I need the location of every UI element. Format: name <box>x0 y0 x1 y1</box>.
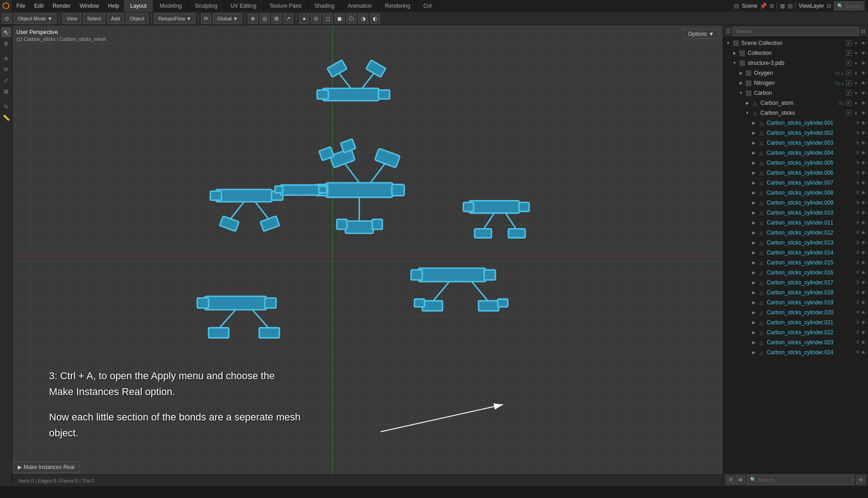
rotate-tool[interactable]: ⟳ <box>1 64 11 74</box>
snap2-icon[interactable]: ⊞ <box>271 14 281 24</box>
eye-icon-oxygen[interactable]: 👁 <box>860 69 867 77</box>
eye-cyl005[interactable]: 👁 <box>860 159 867 166</box>
measure-tool[interactable]: 📏 <box>1 112 11 122</box>
eye-cyl001[interactable]: 👁 <box>860 119 867 127</box>
filter-right-bottom[interactable]: ⊟ <box>856 475 865 484</box>
tab-modeling[interactable]: Modeling <box>153 0 189 12</box>
overlay-icon[interactable]: ⊙ <box>311 14 321 24</box>
expander-cyl001[interactable]: ▶ <box>750 120 757 126</box>
menu-help[interactable]: Help <box>104 0 124 12</box>
tree-scene-collection[interactable]: ▼ ⬛ Scene Collection ✓ ▾ 👁 <box>723 38 868 48</box>
eye-icon-structure[interactable]: 👁 <box>860 59 867 67</box>
eye-icon-nitrogen[interactable]: 👁 <box>860 79 867 87</box>
eye-cyl010[interactable]: 👁 <box>860 209 867 216</box>
expander-cyl011[interactable]: ▶ <box>750 220 757 226</box>
tab-uv-editing[interactable]: UV Editing <box>224 0 263 12</box>
eye-cyl020[interactable]: 👁 <box>860 309 867 316</box>
checkbox-structure[interactable]: ✓ <box>846 60 852 66</box>
eye-cyl024[interactable]: 👁 <box>860 349 867 356</box>
menu-render[interactable]: Render <box>48 0 75 12</box>
expander-cyl017[interactable]: ▶ <box>750 279 757 286</box>
hide-icon-carbon-sticks[interactable]: ▾ <box>852 109 859 117</box>
menu-window[interactable]: Window <box>75 0 104 12</box>
expander-structure[interactable]: ▼ <box>731 60 738 66</box>
xray-icon[interactable]: ◻ <box>323 14 333 24</box>
expander-cyl018[interactable]: ▶ <box>750 289 757 296</box>
tree-cyl023[interactable]: ▶ △ Carbon_sticks_cylinder.023 ⊽ 👁 <box>723 337 868 347</box>
eye-cyl003[interactable]: 👁 <box>860 139 867 146</box>
tree-cyl004[interactable]: ▶ △ Carbon_sticks_cylinder.004 ⊽ 👁 <box>723 148 868 158</box>
expander-cyl004[interactable]: ▶ <box>750 150 757 156</box>
expander-cyl013[interactable]: ▶ <box>750 239 757 246</box>
expander-cyl002[interactable]: ▶ <box>750 130 757 136</box>
checkbox-scene[interactable]: ✓ <box>846 40 852 46</box>
tab-col[interactable]: Col <box>417 0 438 12</box>
hide-icon-structure[interactable]: ▾ <box>852 59 859 67</box>
tree-cyl006[interactable]: ▶ △ Carbon_sticks_cylinder.006 ⊽ 👁 <box>723 168 868 178</box>
tree-cyl020[interactable]: ▶ △ Carbon_sticks_cylinder.020 ⊽ 👁 <box>723 308 868 317</box>
expander-carbon-sticks[interactable]: ▼ <box>744 110 750 116</box>
menu-edit[interactable]: Edit <box>30 0 48 12</box>
checkbox-carbon[interactable]: ✓ <box>846 90 852 96</box>
eye-cyl014[interactable]: 👁 <box>860 249 867 256</box>
proportional-icon[interactable]: ◎ <box>260 14 270 24</box>
tree-structure-3pdb[interactable]: ▼ ⬛ structure-3.pdb ✓ ▾ 👁 <box>723 58 868 68</box>
render-icon-tb[interactable]: ◐ <box>370 14 380 24</box>
eye-cyl015[interactable]: 👁 <box>860 259 867 266</box>
grid-view-icon[interactable]: ⊞ <box>736 475 745 484</box>
eye-cyl019[interactable]: 👁 <box>860 299 867 306</box>
object-menu[interactable]: Object <box>126 13 148 24</box>
snap-icon[interactable]: ⊕ <box>248 14 258 24</box>
tree-cyl013[interactable]: ▶ △ Carbon_sticks_cylinder.013 ⊽ 👁 <box>723 238 868 248</box>
shading-icon[interactable]: ● <box>299 14 309 24</box>
tree-carbon-atom[interactable]: ▶ △ Carbon_atom ▽₂ ✓ ▾ 👁 <box>723 98 868 108</box>
add-menu[interactable]: Add <box>107 13 124 24</box>
select-tool[interactable]: ↖ <box>1 27 11 37</box>
hide-icon-nitrogen[interactable]: ▾ <box>852 79 859 87</box>
list-view-icon[interactable]: ☰ <box>726 475 735 484</box>
eye-cyl022[interactable]: 👁 <box>860 329 867 336</box>
eye-cyl021[interactable]: 👁 <box>860 319 867 326</box>
checkbox-collection[interactable]: ✓ <box>846 50 852 56</box>
expander-cyl021[interactable]: ▶ <box>750 319 757 326</box>
eye-cyl006[interactable]: 👁 <box>860 169 867 176</box>
expander-cyl006[interactable]: ▶ <box>750 170 757 176</box>
tree-nitrogen[interactable]: ▶ ⬛ Nitrogen ▽₅ ₂ ✓ ▾ 👁 <box>723 78 868 88</box>
filter-btn[interactable]: ⊟ <box>827 3 831 9</box>
checkbox-nitrogen[interactable]: ✓ <box>846 80 852 86</box>
cursor-tool[interactable]: ⊕ <box>1 38 11 48</box>
hide-icon-collection[interactable]: ▾ <box>852 49 859 57</box>
viewport[interactable]: User Perspective (1) Carbon_sticks | Car… <box>13 25 723 486</box>
expander-oxygen[interactable]: ▶ <box>738 70 744 76</box>
material-icon[interactable]: ◑ <box>358 14 368 24</box>
tree-cyl003[interactable]: ▶ △ Carbon_sticks_cylinder.003 ⊽ 👁 <box>723 138 868 148</box>
tree-cyl018[interactable]: ▶ △ Carbon_sticks_cylinder.018 ⊽ 👁 <box>723 288 868 298</box>
expander-carbon[interactable]: ▼ <box>738 90 744 96</box>
expander-cyl023[interactable]: ▶ <box>750 339 757 346</box>
eye-cyl011[interactable]: 👁 <box>860 219 867 226</box>
tree-cyl016[interactable]: ▶ △ Carbon_sticks_cylinder.016 ⊽ 👁 <box>723 268 868 278</box>
eye-cyl008[interactable]: 👁 <box>860 189 867 196</box>
eye-cyl017[interactable]: 👁 <box>860 279 867 286</box>
eye-cyl002[interactable]: 👁 <box>860 129 867 137</box>
expander-cyl009[interactable]: ▶ <box>750 200 757 206</box>
expander-cyl012[interactable]: ▶ <box>750 229 757 236</box>
eye-icon-scene[interactable]: 👁 <box>860 39 867 47</box>
tree-cyl021[interactable]: ▶ △ Carbon_sticks_cylinder.021 ⊽ 👁 <box>723 317 868 327</box>
tab-shading[interactable]: Shading <box>308 0 341 12</box>
eye-icon-carbon[interactable]: 👁 <box>860 89 867 97</box>
tree-carbon-sticks[interactable]: ▼ △ Carbon_sticks ✓ ▾ 👁 <box>723 108 868 118</box>
expander-cyl016[interactable]: ▶ <box>750 269 757 276</box>
tree-cyl014[interactable]: ▶ △ Carbon_sticks_cylinder.014 ⊽ 👁 <box>723 248 868 258</box>
scale-tool[interactable]: ⤢ <box>1 75 11 85</box>
wireframe-icon[interactable]: ⬡ <box>346 14 356 24</box>
eye-cyl016[interactable]: 👁 <box>860 269 867 276</box>
tree-cyl015[interactable]: ▶ △ Carbon_sticks_cylinder.015 ⊽ 👁 <box>723 258 868 268</box>
eye-cyl009[interactable]: 👁 <box>860 199 867 206</box>
expander-cyl020[interactable]: ▶ <box>750 309 757 316</box>
expander-cyl022[interactable]: ▶ <box>750 329 757 336</box>
tree-cyl007[interactable]: ▶ △ Carbon_sticks_cylinder.007 ⊽ 👁 <box>723 178 868 188</box>
expander-nitrogen[interactable]: ▶ <box>738 80 744 86</box>
tree-cyl005[interactable]: ▶ △ Carbon_sticks_cylinder.005 ⊽ 👁 <box>723 158 868 168</box>
expander-collection[interactable]: ▶ <box>731 50 738 56</box>
